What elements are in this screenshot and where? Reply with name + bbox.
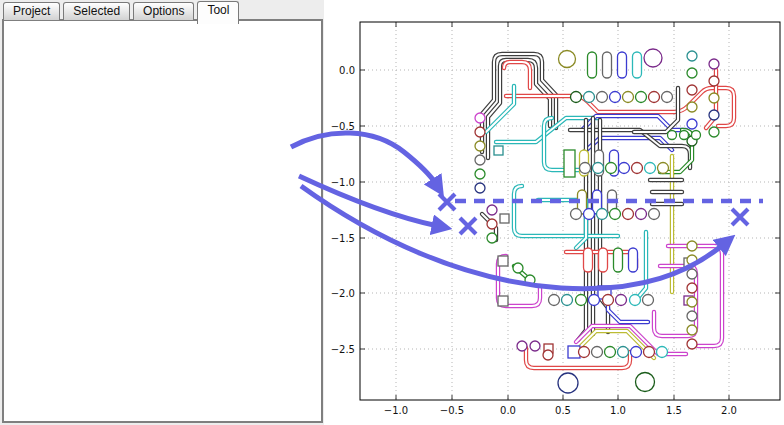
- tab-project[interactable]: Project: [3, 2, 60, 20]
- pcb-pads: [475, 49, 719, 393]
- pcb-artwork: [475, 49, 734, 393]
- y-tick-label: −0.5: [331, 121, 355, 132]
- x-tick-label: −0.5: [440, 405, 464, 416]
- y-tick-label: −2.0: [331, 288, 355, 299]
- y-tick-label: −2.5: [331, 344, 355, 355]
- tab-tool[interactable]: Tool: [197, 1, 239, 24]
- x-tick-label: 0.5: [555, 405, 571, 416]
- x-tick-label: −1.0: [384, 405, 408, 416]
- pcb-plot-canvas[interactable]: 0.0 −0.5 −1.0 −1.5 −2.0 −2.5 −1.0 −0.5 0…: [324, 0, 784, 425]
- x-tick-label: 1.0: [610, 405, 626, 416]
- tab-options[interactable]: Options: [133, 2, 194, 20]
- tool-panel: [2, 19, 323, 423]
- y-tick-label: −1.0: [331, 177, 355, 188]
- tab-selected[interactable]: Selected: [63, 2, 130, 20]
- x-tick-label: 0.0: [500, 405, 516, 416]
- x-tick-label: 1.5: [666, 405, 682, 416]
- tab-bar: Project Selected Options Tool: [3, 2, 239, 22]
- y-tick-label: −1.5: [331, 233, 355, 244]
- y-tick-label: 0.0: [339, 65, 355, 76]
- x-tick-label: 2.0: [721, 405, 737, 416]
